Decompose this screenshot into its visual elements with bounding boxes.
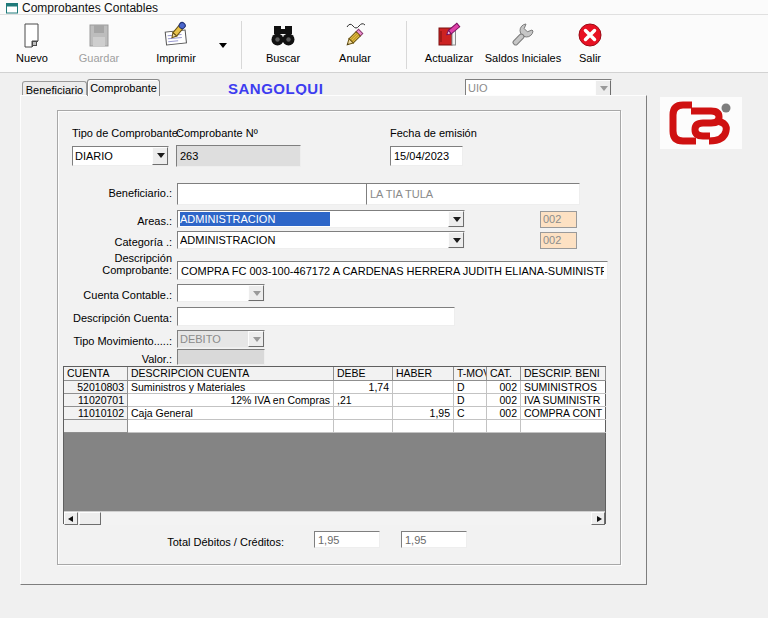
nuevo-button[interactable]: Nuevo	[8, 19, 56, 69]
categoria-label: Categoría .:	[60, 236, 172, 248]
cell-tmov: D	[454, 381, 487, 394]
grid-col-cuenta[interactable]: CUENTA	[64, 367, 128, 381]
categoria-combobox[interactable]: ADMINISTRACION	[177, 231, 465, 249]
new-document-icon	[8, 19, 56, 51]
tab-beneficiario[interactable]: Beneficiario	[22, 81, 87, 96]
buscar-button[interactable]: Buscar	[256, 19, 310, 69]
cuenta-contable-combobox[interactable]	[177, 284, 265, 302]
nuevo-label: Nuevo	[8, 52, 56, 64]
total-debitos-field[interactable]	[314, 531, 380, 548]
grid-empty-row[interactable]	[64, 420, 605, 433]
cuenta-contable-label: Cuenta Contable.:	[60, 289, 172, 301]
grid-col-cat[interactable]: CAT.	[487, 367, 521, 381]
grid-row[interactable]: 11020701 12% IVA en Compras ,21 D 002 IV…	[64, 394, 605, 407]
cell-debe: ,21	[334, 394, 393, 407]
cell-cuenta: 52010803	[64, 381, 128, 394]
cell-tmov: D	[454, 394, 487, 407]
grid-col-descripcion[interactable]: DESCRIPCION CUENTA	[128, 367, 334, 381]
cell-cat: 002	[487, 394, 521, 407]
grid-row[interactable]: 52010803 Suministros y Materiales 1,74 D…	[64, 381, 605, 394]
valor-label: Valor.:	[60, 353, 172, 365]
cell-haber	[393, 381, 454, 394]
tipo-movimiento-label: Tipo Movimiento.....:	[60, 335, 172, 347]
descripcion-cuenta-label: Descripción Cuenta:	[60, 312, 172, 324]
toolbar-separator	[406, 21, 407, 69]
office-combobox-value: UIO	[468, 81, 593, 96]
save-floppy-icon	[72, 19, 126, 51]
descripcion-comprobante-label: Descripción Comprobante:	[77, 252, 172, 276]
cell-descrip-beni: IVA SUMINISTR	[521, 394, 606, 407]
scrollbar-thumb[interactable]	[79, 512, 101, 525]
areas-selected-value: ADMINISTRACION	[180, 212, 330, 226]
cell-descripcion: 12% IVA en Compras	[128, 394, 334, 407]
totals-label: Total Débitos / Créditos:	[100, 536, 284, 548]
ds-logo-icon	[660, 97, 742, 149]
scroll-left-arrow-icon[interactable]	[64, 512, 78, 525]
book-pencil-icon	[418, 19, 480, 51]
tab-comprobante[interactable]: Comprobante	[87, 79, 160, 96]
cell-cuenta: 11020701	[64, 394, 128, 407]
categoria-code-field: 002	[540, 232, 577, 249]
grid-row[interactable]: 11010102 Caja General 1,95 C 002 COMPRA …	[64, 407, 605, 420]
cell-descrip-beni: SUMINISTROS	[521, 381, 606, 394]
grid-col-haber[interactable]: HABER	[393, 367, 454, 381]
saldos-iniciales-button[interactable]: Saldos Iniciales	[484, 19, 562, 69]
grid-col-descrip-beni[interactable]: DESCRIP. BENI	[521, 367, 606, 381]
areas-code-field: 002	[540, 211, 577, 228]
anular-button[interactable]: Anular	[328, 19, 382, 69]
cell-cat: 002	[487, 407, 521, 420]
salir-button[interactable]: Salir	[570, 19, 610, 69]
tipo-comprobante-arrow-icon[interactable]	[152, 147, 168, 165]
cell-haber: 1,95	[393, 407, 454, 420]
fecha-emision-field[interactable]	[390, 146, 463, 166]
areas-combobox[interactable]: ADMINISTRACION	[177, 210, 465, 228]
grid-horizontal-scrollbar[interactable]	[64, 511, 605, 525]
exit-red-x-icon	[570, 19, 610, 51]
cell-cuenta: 11010102	[64, 407, 128, 420]
grid-filler-area	[64, 433, 605, 511]
grid-col-tmov[interactable]: T-MOV	[454, 367, 487, 381]
imprimir-label: Imprimir	[142, 52, 210, 64]
categoria-arrow-icon[interactable]	[448, 232, 464, 248]
cell-debe: 1,74	[334, 381, 393, 394]
anular-label: Anular	[328, 52, 382, 64]
comprobantes-contables-window: Comprobantes Contables Nuevo Gu	[0, 0, 768, 618]
descripcion-comprobante-field[interactable]	[177, 261, 608, 280]
imprimir-button[interactable]: Imprimir	[142, 19, 210, 69]
tipo-comprobante-combobox[interactable]: DIARIO	[72, 146, 169, 166]
tipo-movimiento-arrow-icon[interactable]	[248, 331, 264, 347]
imprimir-dropdown-arrow[interactable]	[216, 37, 230, 53]
toolbar-separator	[241, 21, 242, 69]
window-form-icon	[6, 2, 18, 14]
actualizar-label: Actualizar	[418, 52, 480, 64]
beneficiario-label: Beneficiario.:	[60, 187, 172, 199]
guardar-button[interactable]: Guardar	[72, 19, 126, 69]
main-toolbar: Nuevo Guardar	[0, 14, 768, 73]
cell-debe	[334, 407, 393, 420]
cell-descrip-beni: COMPRA CONT	[521, 407, 606, 420]
comprobante-numero-label: Comprobante Nº	[176, 127, 258, 139]
areas-arrow-icon[interactable]	[448, 211, 464, 227]
window-title: Comprobantes Contables	[22, 1, 158, 15]
tipo-comprobante-value: DIARIO	[75, 148, 150, 164]
fecha-emision-label: Fecha de emisión	[390, 127, 477, 139]
tipo-movimiento-combobox[interactable]: DEBITO	[177, 330, 265, 348]
cell-descripcion: Suministros y Materiales	[128, 381, 334, 394]
total-creditos-field[interactable]	[401, 531, 467, 548]
beneficiario-name-field[interactable]	[366, 183, 580, 205]
beneficiario-code-field[interactable]	[177, 183, 367, 205]
scroll-right-arrow-icon[interactable]	[591, 512, 605, 525]
descripcion-cuenta-field[interactable]	[177, 307, 455, 326]
buscar-label: Buscar	[256, 52, 310, 64]
cell-descripcion: Caja General	[128, 407, 334, 420]
valor-field[interactable]	[177, 349, 265, 365]
cuenta-contable-value	[180, 286, 246, 300]
wrench-icon	[484, 19, 562, 51]
grid-col-debe[interactable]: DEBE	[334, 367, 393, 381]
actualizar-button[interactable]: Actualizar	[418, 19, 480, 69]
cuenta-contable-arrow-icon[interactable]	[248, 285, 264, 301]
salir-label: Salir	[570, 52, 610, 64]
print-write-icon	[142, 19, 210, 51]
comprobante-numero-field[interactable]	[176, 145, 301, 167]
grid-header-row: CUENTA DESCRIPCION CUENTA DEBE HABER T-M…	[64, 367, 605, 381]
